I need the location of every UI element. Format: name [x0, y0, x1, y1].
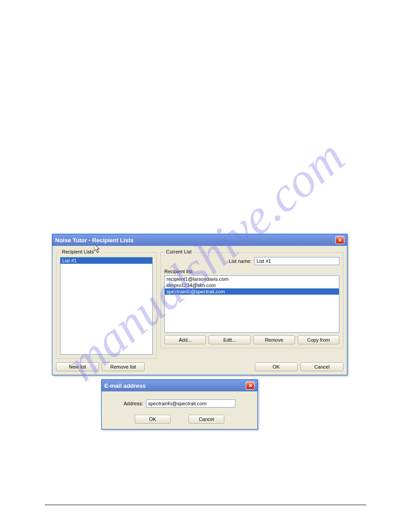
email-address-dialog: E-mail address ✕ Address: OK Cancel — [101, 379, 258, 429]
close-icon: ✕ — [338, 237, 342, 243]
edit-button[interactable]: Edit... — [209, 335, 250, 344]
current-list-group: Current List List name: Recipient list: … — [160, 252, 343, 348]
add-button[interactable]: Add... — [164, 335, 206, 344]
list-name-input[interactable] — [254, 257, 339, 265]
recipient-lists-dialog: Noise Tutor - Recipient Lists ✕ Recipien… — [52, 234, 347, 375]
list-name-label: List name: — [229, 258, 252, 264]
recipient-lists-group: Recipient Lists List #1 — [56, 252, 157, 359]
recipient-listbox[interactable]: recipient1@larsondavis.com slmpro1234@sl… — [164, 275, 339, 333]
current-list-group-label: Current List — [164, 249, 193, 254]
cancel-button[interactable]: Cancel — [188, 415, 224, 424]
email-title: E-mail address — [104, 382, 146, 389]
recipient-lists-listbox[interactable]: List #1 — [60, 257, 153, 355]
email-titlebar[interactable]: E-mail address ✕ — [102, 380, 257, 391]
footer-divider — [45, 505, 366, 505]
ok-button[interactable]: OK — [255, 362, 298, 371]
recipient-lists-title: Noise Tutor - Recipient Lists — [55, 237, 133, 244]
copy-from-button[interactable]: Copy from — [298, 335, 339, 344]
recipient-lists-group-label: Recipient Lists — [60, 249, 96, 254]
recipient-list-label: Recipient list: — [164, 269, 339, 274]
remove-button[interactable]: Remove — [253, 335, 295, 344]
cursor-icon — [94, 244, 102, 254]
list-item[interactable]: slmpro1234@slm.com — [165, 282, 339, 288]
close-icon: ✕ — [248, 383, 253, 389]
close-button[interactable]: ✕ — [246, 382, 255, 390]
address-label: Address: — [124, 401, 143, 406]
list-item[interactable]: List #1 — [60, 257, 152, 264]
list-item[interactable]: spectrainfo@spectrait.com — [165, 288, 339, 295]
address-input[interactable] — [146, 399, 235, 408]
new-list-button[interactable]: New list — [56, 362, 99, 371]
ok-button[interactable]: OK — [135, 415, 171, 424]
remove-list-button[interactable]: Remove list — [102, 362, 145, 371]
close-button[interactable]: ✕ — [335, 236, 344, 244]
list-item[interactable]: recipient1@larsondavis.com — [165, 276, 339, 282]
cancel-button[interactable]: Cancel — [300, 362, 343, 371]
